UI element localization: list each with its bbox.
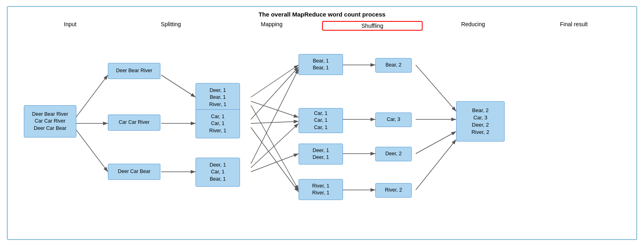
split3-box: Deer Car Bear — [108, 164, 160, 180]
reduce2-box: Car, 3 — [375, 113, 412, 127]
shuffle3-box: Deer, 1 Deer, 1 — [299, 144, 343, 165]
stage-mapping: Mapping — [221, 21, 322, 31]
diagram-container: The overall MapReduce word count process… — [7, 6, 637, 240]
svg-line-3 — [74, 127, 108, 172]
stage-input: Input — [20, 21, 120, 31]
svg-line-14 — [251, 123, 299, 168]
svg-line-4 — [161, 75, 196, 97]
reduce3-box: Deer, 2 — [375, 147, 412, 161]
split2-box: Car Car River — [108, 115, 160, 131]
shuffle1-box: Bear, 1 Bear, 1 — [299, 54, 343, 75]
svg-line-15 — [251, 154, 299, 172]
svg-line-20 — [416, 65, 456, 111]
map1-box: Deer, 1 Bear, 1 River, 1 — [196, 83, 240, 112]
split1-box: Deer Bear River — [108, 63, 160, 79]
stage-final: Final result — [524, 21, 624, 31]
svg-line-12 — [251, 127, 299, 192]
reduce4-box: River, 2 — [375, 183, 412, 198]
svg-line-10 — [251, 67, 299, 119]
svg-line-1 — [74, 75, 108, 119]
svg-line-13 — [251, 69, 299, 164]
stage-shuffling: Shuffling — [322, 21, 423, 31]
stage-labels: Input Splitting Mapping Shuffling Reduci… — [12, 21, 632, 31]
stage-reducing: Reducing — [423, 21, 523, 31]
input-box: Deer Bear River Car Car River Deer Car B… — [24, 105, 76, 138]
svg-line-11 — [251, 121, 299, 123]
map2-box: Car, 1 Car, 1 River, 1 — [196, 109, 240, 138]
svg-line-8 — [251, 101, 299, 117]
svg-line-9 — [251, 105, 299, 190]
svg-line-22 — [416, 131, 456, 154]
reduce1-box: Bear, 2 — [375, 58, 412, 73]
svg-line-23 — [416, 140, 456, 190]
diagram-area: Deer Bear River Car Car River Deer Car B… — [12, 35, 632, 220]
final-box: Bear, 2 Car, 3 Deer, 2 River, 2 — [456, 101, 505, 142]
shuffle2-box: Car, 1 Car, 1 Car, 1 — [299, 108, 343, 133]
diagram-title: The overall MapReduce word count process — [12, 11, 632, 18]
stage-splitting: Splitting — [120, 21, 221, 31]
svg-line-7 — [251, 65, 299, 97]
map3-box: Deer, 1 Car, 1 Bear, 1 — [196, 158, 240, 187]
shuffle4-box: River, 1 River, 1 — [299, 179, 343, 200]
